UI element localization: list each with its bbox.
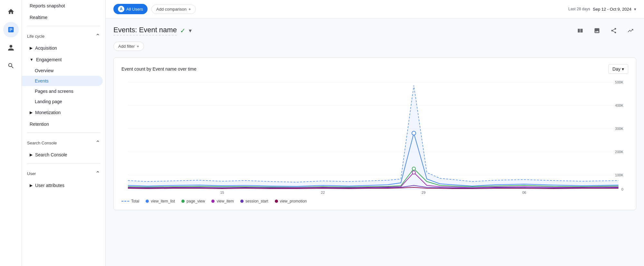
user-section[interactable]: User ⌃ [22,166,105,180]
date-dropdown-icon[interactable]: ▾ [634,7,636,12]
share-icon[interactable] [608,25,620,36]
acquisition-chevron: ▶ [30,46,33,50]
sidebar-item-overview[interactable]: Overview [22,65,105,76]
top-bar-right: Last 28 days Sep 12 - Oct 9, 2024 ▾ [568,7,636,12]
sidebar-item-reports-snapshot[interactable]: Reports snapshot [22,0,105,12]
legend-total-label: Total [131,199,139,203]
svg-point-19 [412,131,416,135]
divider-3 [27,163,100,163]
legend-page-view-dot [181,200,185,203]
date-value: Sep 12 - Oct 9, 2024 [593,7,631,12]
sidebar-item-landing-page[interactable]: Landing page [22,96,105,107]
svg-text:15: 15 [220,191,224,194]
day-label: Day [612,66,620,72]
all-users-chip[interactable]: A All Users [113,4,148,14]
sidebar-item-events[interactable]: Events [22,76,103,86]
sidebar-item-acquisition[interactable]: ▶ Acquisition [22,42,105,54]
reports-snapshot-label: Reports snapshot [30,3,65,8]
overview-label: Overview [35,68,53,73]
svg-text:Sep: Sep [219,194,226,195]
chart-image-icon[interactable] [591,25,603,36]
lifecycle-collapse-icon: ⌃ [95,33,100,40]
chart-card: Event count by Event name over time Day … [113,57,636,210]
legend-session-start-dot [240,200,244,203]
icon-rail [0,0,22,266]
search-console-section[interactable]: Search Console ⌃ [22,135,105,149]
legend-session-start-label: session_start [245,199,268,203]
pages-screens-label: Pages and screens [35,89,73,94]
svg-text:Oct: Oct [522,194,527,195]
chart-header: Event count by Event name over time Day … [121,64,628,74]
retention-label: Retention [30,122,49,127]
trending-icon[interactable] [625,25,636,36]
svg-point-20 [412,167,415,170]
day-chevron: ▾ [622,66,624,72]
lifecycle-section[interactable]: Life cycle ⌃ [22,29,105,42]
sidebar-item-user-attributes[interactable]: ▶ User attributes [22,180,105,191]
page-title: Events: Event name [113,26,177,35]
sidebar-item-realtime[interactable]: Realtime [22,12,105,23]
user-attributes-label: User attributes [35,183,64,188]
legend-total-line [121,201,129,202]
sidebar-item-engagement[interactable]: ▼ Engagement [22,54,105,65]
monetization-chevron: ▶ [30,110,33,115]
legend-view-item-dot [211,200,215,203]
page-header: Events: Event name ✓ ▾ [113,25,636,36]
sidebar: Reports snapshot Realtime Life cycle ⌃ ▶… [22,0,106,266]
legend-session-start: session_start [240,199,268,203]
user-attributes-chevron: ▶ [30,183,33,188]
engagement-label: Engagement [36,57,62,62]
legend-view-item-label: view_item [216,199,234,203]
sidebar-item-search-console[interactable]: ▶ Search Console [22,149,105,161]
events-label: Events [35,78,49,84]
add-filter-label: Add filter [118,44,135,49]
analytics-icon[interactable] [3,22,19,37]
legend-view-item-list-dot [146,200,149,203]
lifecycle-label: Life cycle [27,34,44,39]
add-comparison-icon: + [188,7,191,12]
user-section-label: User [27,171,36,176]
chart-svg: 500K 400K 300K 200K 100K 0 15 Sep [121,79,628,195]
page-title-row: Events: Event name ✓ ▾ [113,26,192,35]
chart-legend: Total view_item_list page_view view_item… [121,199,628,203]
svg-marker-18 [128,85,619,189]
main-content: A All Users Add comparison + Last 28 day… [106,0,644,266]
monetization-label: Monetization [35,110,61,115]
sidebar-item-retention[interactable]: Retention [22,118,105,130]
day-selector[interactable]: Day ▾ [608,64,628,74]
person-icon[interactable] [3,40,19,55]
divider-2 [27,133,100,133]
legend-view-item-list: view_item_list [146,199,175,203]
add-filter-button[interactable]: Add filter + [113,42,144,51]
check-icon: ✓ [180,27,186,34]
columns-icon[interactable] [574,25,586,36]
top-bar-left: A All Users Add comparison + [113,4,196,14]
toolbar-icons [574,25,636,36]
svg-text:22: 22 [321,191,325,194]
page-content: Events: Event name ✓ ▾ Add fil [106,18,644,266]
search-console-section-label: Search Console [27,141,57,145]
search-console-chevron: ▶ [30,153,33,157]
legend-page-view-label: page_view [187,199,205,203]
add-comparison-label: Add comparison [156,7,187,12]
search-console-collapse-icon: ⌃ [95,139,100,146]
search-console-label: Search Console [35,152,67,157]
chart-area: 500K 400K 300K 200K 100K 0 15 Sep [121,79,628,195]
home-icon[interactable] [3,4,19,19]
sidebar-item-monetization[interactable]: ▶ Monetization [22,107,105,118]
landing-page-label: Landing page [35,99,62,104]
legend-view-promotion-label: view_promotion [280,199,307,203]
acquisition-label: Acquisition [35,45,57,51]
legend-view-item-list-label: view_item_list [151,199,175,203]
search-icon[interactable] [3,58,19,74]
sidebar-item-pages-screens[interactable]: Pages and screens [22,86,105,96]
date-label: Last 28 days [568,7,590,11]
chip-letter: A [118,6,124,12]
realtime-label: Realtime [30,15,47,20]
title-dropdown-icon[interactable]: ▾ [189,27,192,34]
svg-point-21 [412,171,415,174]
add-filter-icon: + [137,44,139,49]
legend-page-view: page_view [181,199,205,203]
add-comparison-button[interactable]: Add comparison + [151,5,196,14]
top-bar: A All Users Add comparison + Last 28 day… [106,0,644,18]
